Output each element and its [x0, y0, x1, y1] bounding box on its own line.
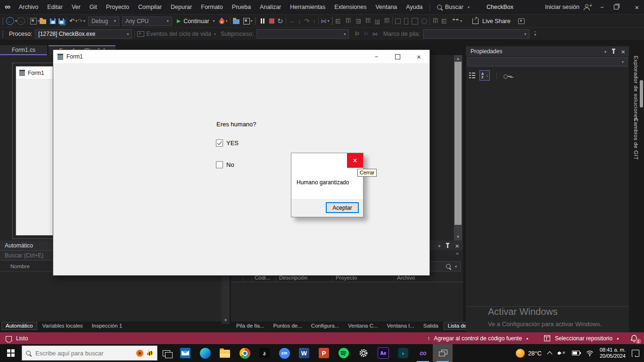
taskbar-app-word[interactable]: W — [294, 344, 314, 362]
window-restore-button[interactable] — [609, 0, 623, 14]
app-title-bar[interactable]: Form1 — [53, 50, 429, 63]
add-to-source-control-button[interactable]: Agregar al control de código fuente — [434, 335, 522, 342]
make-same-height-button[interactable] — [404, 18, 408, 25]
make-same-size-button[interactable] — [412, 18, 418, 25]
show-next-statement-button[interactable] — [289, 18, 295, 24]
scroll-down-icon[interactable]: ▼ — [222, 317, 230, 324]
taskbar-app-visual-studio[interactable]: ∞ — [413, 344, 433, 362]
toolbar-overflow-icon[interactable]: ▾ — [534, 32, 536, 37]
action-center-button[interactable] — [632, 350, 639, 357]
tab-salida[interactable]: Salida — [420, 322, 442, 329]
toolbar-overflow-icon[interactable]: » — [456, 250, 459, 256]
step-out-button[interactable] — [313, 18, 316, 24]
continue-button[interactable]: Continuar ▾ — [177, 18, 215, 25]
menu-ventana[interactable]: Ventana — [371, 0, 402, 14]
menu-herramientas[interactable]: Herramientas — [286, 0, 330, 14]
categorized-view-button[interactable] — [469, 73, 475, 79]
align-tops-button[interactable] — [365, 18, 370, 24]
menu-compilar[interactable]: Compilar — [134, 0, 166, 14]
sign-in-button[interactable]: Iniciar sesión + — [545, 4, 595, 10]
title-search-box[interactable]: Buscar ▾ — [432, 4, 474, 10]
flag-threads-icon[interactable] — [355, 31, 360, 37]
app-minimize-button[interactable] — [366, 50, 387, 63]
menu-formato[interactable]: Formato — [197, 0, 228, 14]
hot-reload-button[interactable] — [219, 17, 225, 25]
process-dropdown[interactable]: [12728] CheckBox.exe▾ — [35, 29, 132, 39]
checkbox-no-row[interactable]: No — [216, 161, 234, 168]
tab-ventana-inmediata[interactable]: Ventana I... — [383, 322, 418, 329]
toolbar-grip[interactable] — [2, 17, 4, 25]
horizontal-spacing-button[interactable] — [433, 18, 438, 24]
taskbar-search-input[interactable] — [34, 349, 132, 357]
taskbar-app-zoom[interactable]: zm — [274, 344, 294, 362]
step-into-button[interactable] — [298, 18, 301, 24]
dialog-close-button[interactable] — [347, 153, 363, 168]
close-panel-icon[interactable] — [621, 48, 625, 55]
align-centers-button[interactable] — [346, 18, 350, 24]
select-repository-button[interactable]: Seleccionar repositorio — [555, 335, 612, 342]
size-to-grid-button[interactable] — [421, 18, 427, 24]
make-same-width-button[interactable] — [395, 18, 401, 24]
pin-icon[interactable] — [613, 50, 614, 54]
checkbox-no[interactable] — [216, 161, 223, 168]
subprocess-dropdown[interactable]: ▾ — [256, 29, 349, 39]
taskbar-app-chrome[interactable] — [235, 344, 255, 362]
task-view-button[interactable] — [157, 344, 175, 362]
menu-prueba[interactable]: Prueba — [227, 0, 255, 14]
checkbox-yes[interactable] — [216, 140, 223, 147]
save-all-button[interactable] — [58, 18, 64, 24]
redo-button[interactable] — [77, 18, 83, 24]
menu-extensiones[interactable]: Extensiones — [330, 0, 371, 14]
find-in-files-button[interactable] — [233, 19, 239, 24]
lifecycle-events-label[interactable]: Eventos del ciclo de vida — [146, 31, 211, 37]
wifi-icon[interactable] — [586, 350, 594, 356]
scroll-up-icon[interactable]: ▲ — [454, 55, 462, 62]
tab-form1-cs[interactable]: Form1.cs — [0, 45, 47, 55]
window-minimize-button[interactable] — [595, 0, 609, 14]
app-maximize-button[interactable] — [387, 50, 408, 63]
save-button[interactable] — [50, 18, 56, 24]
solution-configuration-dropdown[interactable]: Debug▾ — [88, 16, 119, 26]
menu-ayuda[interactable]: Ayuda — [402, 0, 427, 14]
scroll-down-icon[interactable]: ▼ — [454, 233, 462, 240]
menu-analizar[interactable]: Analizar — [256, 0, 286, 14]
chevron-down-icon[interactable]: ▾ — [83, 19, 85, 23]
pause-button[interactable] — [261, 18, 265, 24]
open-file-button[interactable] — [40, 19, 46, 24]
alphabetical-sort-button[interactable]: ↓ — [479, 70, 490, 81]
live-share-button[interactable]: Live Share — [472, 18, 511, 25]
suggestions-button[interactable] — [453, 18, 459, 24]
taskbar-app-edge[interactable] — [195, 344, 215, 362]
align-bottoms-button[interactable] — [384, 18, 389, 24]
chevron-down-icon[interactable]: ▾ — [460, 19, 462, 23]
window-position-icon[interactable]: ▾ — [438, 244, 441, 248]
diagnostics-button[interactable]: ⋈ — [321, 18, 327, 24]
property-pages-button[interactable] — [504, 74, 512, 78]
menu-git[interactable]: Git — [85, 0, 101, 14]
tab-solution-explorer[interactable]: Explorador de soluciones — [633, 56, 639, 121]
volume-muted-icon[interactable]: × — [558, 350, 566, 356]
solution-platform-dropdown[interactable]: Any CPU▾ — [122, 16, 172, 26]
menu-proyecto[interactable]: Proyecto — [101, 0, 133, 14]
checkbox-yes-row[interactable]: YES — [216, 140, 239, 147]
scrollbar-thumb[interactable] — [640, 80, 643, 107]
vertical-spacing-button[interactable] — [442, 19, 448, 24]
align-lefts-button[interactable] — [336, 19, 342, 24]
align-middles-button[interactable] — [375, 18, 380, 24]
new-project-button[interactable] — [30, 18, 37, 25]
taskbar-app-tiktok[interactable]: ♪ — [255, 344, 274, 362]
taskbar-app-file-explorer[interactable] — [215, 344, 235, 362]
menu-ver[interactable]: Ver — [67, 0, 85, 14]
background-tasks-icon[interactable] — [6, 336, 12, 340]
show-hidden-icons-button[interactable] — [547, 351, 552, 356]
tab-automatico[interactable]: Automático — [1, 322, 37, 330]
chevron-down-icon[interactable]: ▾ — [455, 264, 457, 269]
menu-depurar[interactable]: Depurar — [166, 0, 197, 14]
app-close-button[interactable] — [408, 50, 429, 63]
lifecycle-events-icon[interactable] — [137, 31, 144, 37]
pin-icon[interactable] — [447, 244, 448, 248]
object-selector-dropdown[interactable]: ▾ — [467, 57, 627, 66]
weather-widget[interactable]: 28°C — [516, 349, 542, 358]
taskbar-search-box[interactable] — [22, 346, 157, 361]
align-rights-button[interactable] — [355, 19, 361, 24]
